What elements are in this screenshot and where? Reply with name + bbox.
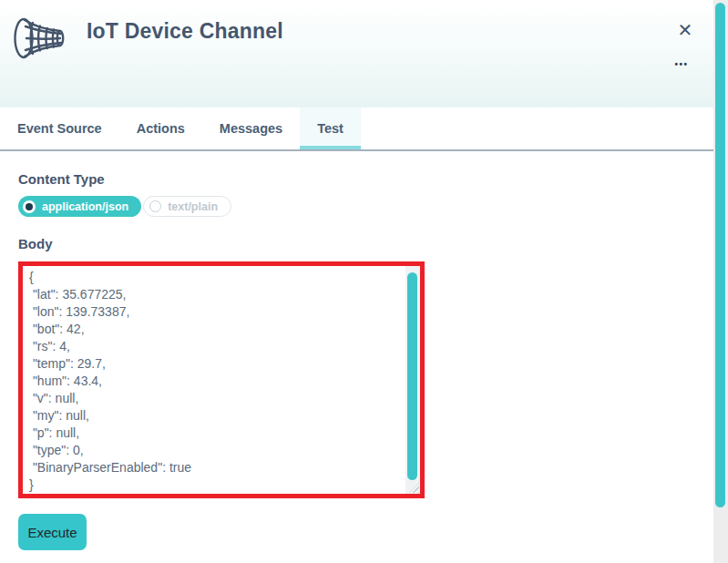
tab-label: Event Source (17, 121, 102, 136)
horn-antenna-icon (12, 15, 67, 66)
page-scrollbar-thumb[interactable] (715, 3, 725, 507)
radio-unselected-icon (149, 200, 161, 212)
tab-label: Actions (137, 121, 185, 136)
radio-label: text/plain (168, 200, 218, 213)
page-scrollbar-track[interactable] (713, 0, 728, 563)
page-title: IoT Device Channel (87, 19, 283, 44)
close-icon[interactable]: ✕ (674, 19, 696, 41)
test-tab-content: Content Type application/json text/plain… (0, 171, 728, 550)
body-label: Body (18, 236, 728, 251)
radio-label: application/json (42, 200, 128, 213)
more-options-icon[interactable]: ••• (669, 56, 694, 73)
body-textarea[interactable]: { "lat": 35.677225, "lon": 139.73387, "b… (23, 266, 405, 494)
tab-bar: Event Source Actions Messages Test (0, 107, 728, 151)
tab-label: Messages (220, 121, 282, 136)
tab-messages[interactable]: Messages (202, 107, 300, 149)
textarea-scrollbar-thumb[interactable] (407, 272, 417, 480)
radio-application-json[interactable]: application/json (18, 196, 141, 217)
content-type-radio-group: application/json text/plain (18, 196, 728, 217)
textarea-scrollbar-track[interactable] (405, 266, 420, 494)
tab-actions[interactable]: Actions (119, 107, 202, 149)
radio-selected-icon (23, 200, 36, 213)
tab-test[interactable]: Test (300, 107, 361, 149)
radio-text-plain[interactable]: text/plain (143, 196, 231, 217)
content-type-label: Content Type (18, 171, 728, 187)
panel-header: IoT Device Channel ✕ ••• (0, 0, 728, 107)
body-editor-highlighted: { "lat": 35.677225, "lon": 139.73387, "b… (18, 261, 425, 498)
execute-button[interactable]: Execute (18, 514, 87, 550)
tab-label: Test (317, 121, 343, 136)
tab-event-source[interactable]: Event Source (0, 107, 119, 149)
